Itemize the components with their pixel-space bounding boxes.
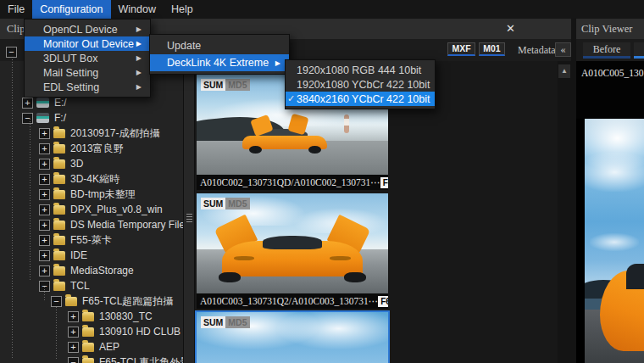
expand-toggle[interactable]: − xyxy=(22,113,33,124)
menu-item-1080-rgb444[interactable]: 1920x1080 RGB 444 10bit xyxy=(286,63,435,77)
viewer-clip-name: A010C005_130 xyxy=(576,61,644,119)
car-vent xyxy=(330,256,350,260)
tree-item-folder[interactable]: +20130917-成都拍攝 xyxy=(0,126,183,141)
expand-toggle[interactable]: − xyxy=(51,296,62,307)
tree-item-label: AEP xyxy=(99,341,119,353)
expand-toggle[interactable]: + xyxy=(22,98,33,109)
menu-item-label: 3840x2160 YCbCr 422 10bit xyxy=(297,93,430,105)
menu-configuration[interactable]: Configuration xyxy=(32,0,110,19)
decklink-resolution-submenu: 1920x1080 RGB 444 10bit 1920x1080 YCbCr … xyxy=(285,59,436,109)
panel-splitter[interactable] xyxy=(183,61,195,363)
expand-toggle[interactable]: + xyxy=(39,220,50,231)
tree-item-folder[interactable]: −F65-TCL東北角外景 xyxy=(0,355,183,363)
menu-item-2160-ycbcr422[interactable]: ✓3840x2160 YCbCr 422 10bit xyxy=(286,92,435,106)
submenu-arrow-icon: ▶ xyxy=(136,69,142,76)
tab-before[interactable]: Before xyxy=(583,42,630,59)
tree-item-folder[interactable]: −F65-TCL超跑篇拍攝 xyxy=(0,293,183,309)
expand-toggle[interactable]: + xyxy=(39,174,50,185)
tree-guide-line xyxy=(12,59,13,360)
expand-toggle[interactable]: + xyxy=(68,342,79,353)
tree-item-folder[interactable]: +BD-tmp未整理 xyxy=(0,187,183,202)
tree-item-folder[interactable]: +AEP xyxy=(0,339,183,355)
tree-item-folder[interactable]: +3D xyxy=(0,156,183,171)
tree-item-drive-f[interactable]: −F:/ xyxy=(0,110,183,126)
car-door xyxy=(287,113,308,135)
folder-icon xyxy=(53,144,65,154)
expand-toggle[interactable]: + xyxy=(39,189,50,200)
expand-toggle[interactable]: + xyxy=(39,143,50,154)
drive-icon xyxy=(36,113,49,123)
tree-item-folder[interactable]: +IDE xyxy=(0,248,183,263)
menu-item-monitor-out-device[interactable]: Monitor Out Device▶ xyxy=(25,36,150,51)
md5-badge: MD5 xyxy=(225,198,249,209)
tree-item-folder[interactable]: +DS Media Temporary Files xyxy=(0,217,183,232)
tree-item-label: DPX_Plus_v0.8_win xyxy=(70,204,163,215)
menu-help[interactable]: Help xyxy=(164,0,201,19)
car-wheel xyxy=(308,146,321,154)
close-icon[interactable]: ✕ xyxy=(506,22,515,35)
expand-toggle[interactable]: + xyxy=(39,204,50,215)
menu-item-opencl-device[interactable]: OpenCL Device▶ xyxy=(25,22,150,36)
clip-list-scrollbar[interactable]: ▲ xyxy=(558,61,571,363)
menu-file[interactable]: File xyxy=(0,0,32,19)
tree-item-folder[interactable]: −TCL xyxy=(0,278,183,293)
menu-item-3dlut-box[interactable]: 3DLUT Box▶ xyxy=(25,51,150,65)
car-wheel xyxy=(219,272,241,283)
expand-toggle[interactable]: + xyxy=(39,265,50,276)
person-figure xyxy=(344,114,349,133)
tree-item-folder[interactable]: +F55-萊卡 xyxy=(0,232,183,248)
folder-icon xyxy=(82,343,94,352)
metadata-label: Metadata xyxy=(518,44,556,57)
menu-item-1080-ycbcr422[interactable]: 1920x1080 YCbCr 422 10bit xyxy=(286,77,435,92)
clip-thumbnail-selected[interactable]: SUMMD5 xyxy=(195,310,390,363)
tree-item-folder[interactable]: +MediaStorage xyxy=(0,263,183,278)
menu-item-update[interactable]: Update xyxy=(150,37,289,54)
tree-root-expand-toggle[interactable]: − xyxy=(6,47,17,58)
tree-item-label: MediaStorage xyxy=(70,265,134,276)
expand-toggle[interactable]: + xyxy=(39,159,50,170)
menu-item-mail-setting[interactable]: Mail Setting▶ xyxy=(25,65,150,80)
tree-item-label: F:/ xyxy=(54,112,66,124)
md5-badge: MD5 xyxy=(225,79,249,91)
folder-icon xyxy=(82,327,94,337)
mxf-filter-button[interactable]: MXF xyxy=(447,42,475,56)
submenu-arrow-icon: ▶ xyxy=(136,25,142,33)
expand-toggle[interactable]: + xyxy=(39,128,50,139)
tree-item-folder[interactable]: +130910 HD CLUB T xyxy=(0,324,183,339)
expand-toggle[interactable]: − xyxy=(68,357,79,363)
sum-badge: SUM xyxy=(201,79,225,91)
clip-name-bar: A010C003_130731Q2/A010C003_130731⋯ F65 xyxy=(197,293,388,309)
tree-item-label: IDE xyxy=(70,249,87,261)
folder-icon xyxy=(53,251,65,260)
expand-toggle[interactable]: + xyxy=(68,327,79,338)
folder-icon xyxy=(82,312,94,321)
expand-toggle[interactable]: + xyxy=(39,235,50,246)
metadata-collapse-button[interactable]: « xyxy=(555,42,571,57)
m01-filter-button[interactable]: M01 xyxy=(479,42,505,56)
expand-toggle[interactable]: + xyxy=(68,311,79,322)
submenu-arrow-icon: ▶ xyxy=(136,54,142,62)
clip-viewer-header: Clip Viewer xyxy=(576,19,644,39)
menu-window[interactable]: Window xyxy=(111,0,164,19)
splitter-grip-icon xyxy=(186,214,192,222)
menu-bar: File Configuration Window Help xyxy=(0,0,644,19)
tab-after[interactable]: After xyxy=(634,42,644,59)
tree-item-folder[interactable]: +2013富良野 xyxy=(0,141,183,156)
expand-toggle[interactable]: + xyxy=(39,250,50,261)
tree-item-folder[interactable]: +DPX_Plus_v0.8_win xyxy=(0,202,183,217)
menu-item-decklink-4k-extreme[interactable]: DeckLink 4K Extreme▶ xyxy=(150,54,289,71)
scroll-up-icon[interactable]: ▲ xyxy=(558,64,570,78)
thumbnail-image: SUMMD5 xyxy=(197,193,388,293)
submenu-arrow-icon: ▶ xyxy=(136,83,142,91)
clip-thumbnail-a010c003[interactable]: SUMMD5 xyxy=(197,193,388,309)
folder-icon xyxy=(53,175,65,184)
sum-badge: SUM xyxy=(201,198,225,209)
folder-icon xyxy=(65,297,77,306)
viewer-preview-image xyxy=(585,119,644,363)
menu-item-edl-setting[interactable]: EDL Setting▶ xyxy=(25,80,150,94)
menu-item-label: Mail Setting xyxy=(43,67,98,79)
tree-item-folder[interactable]: +130830_TC xyxy=(0,309,183,324)
tree-item-folder[interactable]: +3D-4K縮時 xyxy=(0,171,183,187)
folder-icon xyxy=(53,205,65,215)
clip-browser-title: Clip xyxy=(7,23,25,35)
